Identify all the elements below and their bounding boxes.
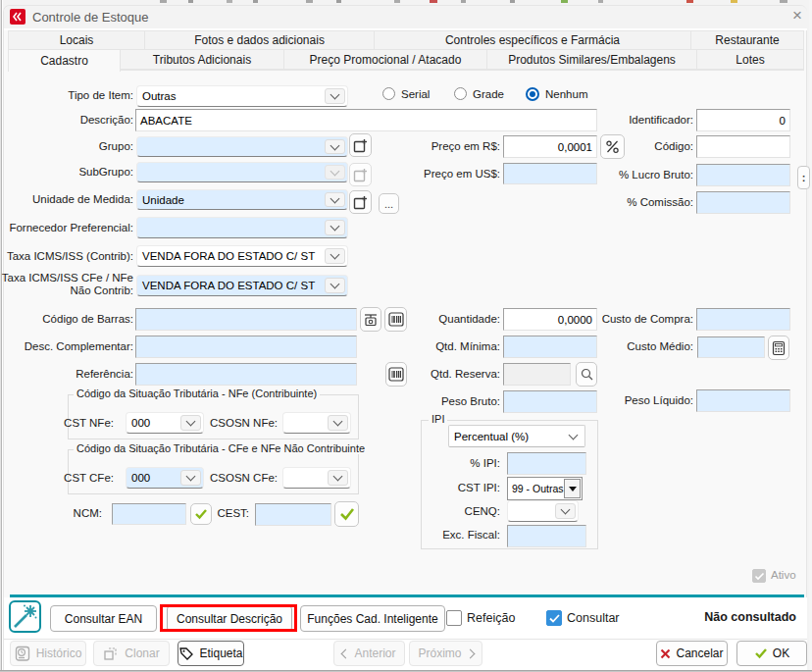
ipi-tipo-dropdown-icon[interactable] bbox=[564, 428, 583, 444]
window-title: Controle de Estoque bbox=[32, 10, 149, 25]
scale-icon-button[interactable] bbox=[360, 307, 381, 332]
csosn-nfe-combobox[interactable] bbox=[282, 412, 351, 434]
consultar-checkbox[interactable] bbox=[546, 610, 562, 626]
tab-fotos-e-dados-adicionais[interactable]: Fotos e dados adicionais bbox=[144, 30, 375, 50]
identificador-label: Identificador: bbox=[629, 114, 693, 126]
unidade-dropdown-icon[interactable] bbox=[325, 192, 345, 207]
tab-locais[interactable]: Locais bbox=[8, 30, 145, 50]
cest-input[interactable] bbox=[255, 503, 331, 526]
grupo-dropdown-icon[interactable] bbox=[325, 139, 345, 154]
ok-button[interactable]: OK bbox=[736, 641, 807, 666]
codigo-input[interactable] bbox=[696, 135, 790, 158]
taxa-icms-contrib-combobox[interactable]: VENDA FORA DO ESTADO C/ ST bbox=[136, 245, 348, 267]
radio-grade[interactable] bbox=[454, 87, 467, 100]
tipo-de-item-dropdown-icon[interactable] bbox=[325, 88, 345, 104]
peso-liquido-input[interactable] bbox=[696, 389, 790, 412]
cancelar-label: Cancelar bbox=[676, 646, 723, 660]
group-nfe-title: Código da Situação Tributária - NFe (Con… bbox=[74, 388, 320, 399]
codigo-de-barras-input[interactable] bbox=[135, 308, 357, 331]
ipi-pct-input[interactable] bbox=[507, 452, 586, 475]
tab-cadastro[interactable]: Cadastro bbox=[8, 49, 121, 72]
csosn-nfe-dropdown-icon[interactable] bbox=[328, 415, 348, 431]
etiqueta-button[interactable]: Etiqueta bbox=[178, 641, 244, 666]
subgrupo-combobox[interactable] bbox=[136, 162, 348, 182]
tab-preco-promocional-atacado[interactable]: Preço Promocional / Atacado bbox=[283, 49, 487, 70]
desc-complementar-label: Desc. Complementar: bbox=[25, 340, 133, 352]
fornecedor-dropdown-icon[interactable] bbox=[325, 220, 345, 235]
desc-complementar-input[interactable] bbox=[135, 336, 357, 358]
peso-liquido-label: Peso Líquido: bbox=[625, 394, 693, 406]
custo-medio-input[interactable] bbox=[697, 336, 765, 358]
proximo-button: Próximo bbox=[409, 641, 482, 666]
qtd-reserva-search-button[interactable] bbox=[576, 362, 597, 387]
cst-nfe-value: 000 bbox=[131, 413, 150, 433]
taxa-icms-contrib-dropdown-icon[interactable] bbox=[325, 248, 345, 264]
radio-serial[interactable] bbox=[382, 87, 395, 100]
quantidade-input[interactable]: 0,0000 bbox=[503, 308, 597, 331]
unidade-add-button[interactable] bbox=[349, 190, 372, 214]
consultar-ean-label: Consultar EAN bbox=[65, 612, 142, 626]
refeicao-checkbox[interactable] bbox=[446, 610, 462, 626]
lucro-bruto-input[interactable] bbox=[696, 164, 790, 186]
grupo-add-button[interactable] bbox=[349, 133, 372, 157]
custo-compra-input[interactable] bbox=[696, 308, 790, 331]
cest-check-button[interactable] bbox=[334, 501, 359, 527]
consultar-ean-button[interactable]: Consultar EAN bbox=[50, 605, 157, 632]
cst-nfe-combobox[interactable]: 000 bbox=[126, 412, 204, 434]
descricao-value: ABACATE bbox=[140, 115, 192, 127]
ipi-tipo-value: Percentual (%) bbox=[454, 426, 529, 446]
funcoes-cad-inteligente-button[interactable]: Funções Cad. Inteligente bbox=[300, 605, 445, 632]
csosn-cfe-combobox[interactable] bbox=[282, 467, 351, 489]
cst-cfe-combobox[interactable]: 000 bbox=[126, 467, 204, 489]
taxa-icms-nao-contrib-combobox[interactable]: VENDA FORA DO ESTADO C/ ST bbox=[136, 275, 348, 296]
tab-produtos-similares-embalagens[interactable]: Produtos Similares/Embalagens bbox=[486, 49, 697, 70]
lucro-bruto-options-button[interactable]: : bbox=[797, 166, 810, 189]
group-ipi-title: IPI bbox=[429, 413, 447, 425]
cst-cfe-dropdown-icon[interactable] bbox=[180, 470, 201, 486]
cenq-combobox[interactable] bbox=[507, 500, 579, 522]
referencia-input[interactable] bbox=[135, 363, 357, 386]
tab-restaurante[interactable]: Restaurante bbox=[690, 30, 804, 50]
preco-uss-input[interactable] bbox=[503, 163, 597, 184]
csosn-cfe-dropdown-icon[interactable] bbox=[328, 470, 348, 486]
referencia-barcode-icon-button[interactable] bbox=[385, 362, 407, 387]
screen: Controle de Estoque × Locais Fotos e dad… bbox=[0, 0, 812, 672]
preco-percent-button[interactable] bbox=[600, 134, 625, 159]
ncm-input[interactable] bbox=[112, 503, 186, 525]
magic-wand-button[interactable] bbox=[9, 600, 41, 633]
unidade-de-medida-combobox[interactable]: Unidade bbox=[136, 189, 348, 210]
cst-ipi-combobox[interactable]: 99 - Outras bbox=[507, 477, 583, 500]
comissao-input[interactable] bbox=[696, 191, 790, 214]
preco-rs-input[interactable]: 0,0001 bbox=[503, 135, 597, 158]
descricao-input[interactable]: ABACATE bbox=[135, 109, 597, 131]
barcode-icon-button[interactable] bbox=[384, 307, 407, 332]
tab-controles-especificos-e-farmacia[interactable]: Controles específicos e Farmácia bbox=[374, 30, 691, 50]
fornecedor-combobox[interactable] bbox=[136, 217, 348, 238]
close-icon[interactable]: × bbox=[787, 6, 807, 26]
consultar-label: Consultar bbox=[567, 611, 620, 625]
tipo-de-item-combobox[interactable]: Outras bbox=[136, 85, 348, 107]
qtd-minima-input[interactable] bbox=[503, 336, 597, 358]
csosn-cfe-label: CSOSN CFe: bbox=[210, 472, 278, 484]
peso-bruto-input[interactable] bbox=[503, 390, 597, 413]
identificador-input[interactable]: 0 bbox=[696, 109, 790, 131]
taxa-icms-nao-contrib-dropdown-icon[interactable] bbox=[325, 278, 345, 293]
unidade-more-button[interactable]: ... bbox=[379, 193, 399, 214]
tab-tributos-adicionais[interactable]: Tributos Adicionais bbox=[120, 49, 284, 70]
grupo-combobox[interactable] bbox=[136, 136, 348, 157]
cst-nfe-label: CST NFe: bbox=[64, 417, 114, 429]
cst-nfe-dropdown-icon[interactable] bbox=[180, 415, 201, 431]
radio-nenhum[interactable] bbox=[526, 87, 539, 101]
cst-cfe-label: CST CFe: bbox=[64, 472, 114, 484]
cenq-dropdown-icon[interactable] bbox=[555, 503, 576, 519]
clone-icon bbox=[103, 646, 120, 661]
calculator-icon-button[interactable] bbox=[768, 336, 789, 360]
ipi-tipo-combobox[interactable]: Percentual (%) bbox=[448, 425, 585, 447]
tab-lotes[interactable]: Lotes bbox=[696, 49, 804, 70]
ncm-check-button[interactable] bbox=[190, 503, 212, 525]
separator-teal bbox=[10, 594, 804, 597]
cancelar-button[interactable]: Cancelar bbox=[656, 641, 728, 666]
exc-fiscal-input[interactable] bbox=[507, 525, 586, 547]
cst-ipi-dropdown-icon[interactable] bbox=[564, 479, 581, 498]
anterior-label: Anterior bbox=[354, 646, 395, 660]
